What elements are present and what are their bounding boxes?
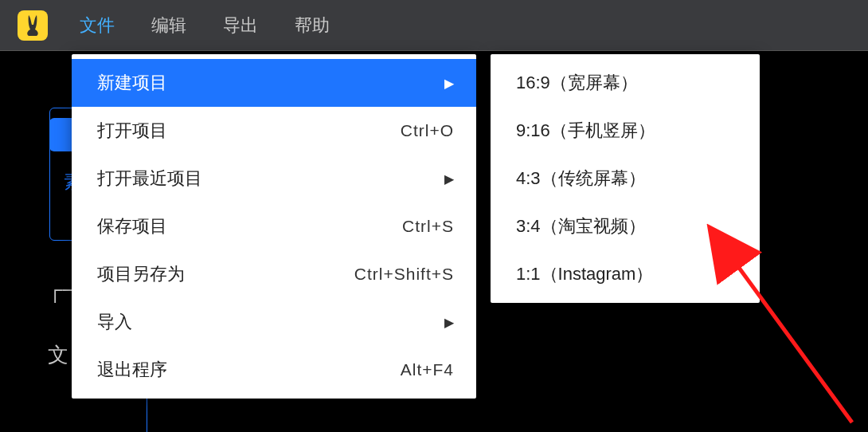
menubar-item-help[interactable]: 帮助: [295, 14, 330, 37]
menu-item-label: 3:4（淘宝视频）: [516, 214, 646, 238]
menu-item-label: 退出程序: [97, 358, 167, 382]
menu-item-open-project[interactable]: 打开项目 Ctrl+O: [72, 107, 476, 155]
app-logo-icon[interactable]: [18, 10, 48, 41]
submenu-item-4-3[interactable]: 4:3（传统屏幕）: [491, 155, 760, 202]
menu-item-label: 16:9（宽屏幕）: [516, 71, 638, 95]
menubar-item-edit[interactable]: 编辑: [151, 14, 186, 37]
menu-item-shortcut: Ctrl+Shift+S: [354, 265, 454, 284]
menu-item-label: 保存项目: [97, 214, 167, 238]
submenu-arrow-icon: ▶: [444, 76, 454, 91]
submenu-item-16-9[interactable]: 16:9（宽屏幕）: [491, 59, 760, 107]
menu-item-save-as[interactable]: 项目另存为 Ctrl+Shift+S: [72, 250, 476, 298]
submenu-item-9-16[interactable]: 9:16（手机竖屏）: [491, 107, 760, 155]
menu-item-exit[interactable]: 退出程序 Alt+F4: [72, 346, 476, 394]
menu-item-import[interactable]: 导入 ▶: [72, 298, 476, 346]
menubar-item-file[interactable]: 文件: [80, 14, 115, 37]
menu-item-shortcut: Alt+F4: [401, 360, 454, 379]
menu-item-label: 1:1（Instagram）: [516, 262, 653, 286]
menu-item-label: 4:3（传统屏幕）: [516, 167, 646, 190]
menu-item-new-project[interactable]: 新建项目 ▶: [72, 59, 476, 107]
file-menu: 新建项目 ▶ 打开项目 Ctrl+O 打开最近项目 ▶ 保存项目 Ctrl+S …: [72, 54, 476, 399]
menubar: 文件 编辑 导出 帮助: [0, 0, 868, 51]
menu-item-label: 新建项目: [97, 71, 167, 95]
menu-item-label: 打开项目: [97, 119, 167, 143]
menu-item-save-project[interactable]: 保存项目 Ctrl+S: [72, 202, 476, 250]
menu-item-open-recent[interactable]: 打开最近项目 ▶: [72, 155, 476, 202]
submenu-arrow-icon: ▶: [444, 171, 454, 187]
menu-item-label: 9:16（手机竖屏）: [516, 119, 655, 143]
menu-item-label: 导入: [97, 310, 132, 334]
new-project-submenu: 16:9（宽屏幕） 9:16（手机竖屏） 4:3（传统屏幕） 3:4（淘宝视频）…: [491, 54, 760, 303]
rabbit-icon: [24, 14, 41, 37]
menu-item-shortcut: Ctrl+O: [401, 121, 454, 140]
menu-item-label: 项目另存为: [97, 262, 185, 286]
menu-item-shortcut: Ctrl+S: [402, 217, 454, 236]
menu-item-label: 打开最近项目: [97, 167, 202, 190]
menubar-item-export[interactable]: 导出: [223, 14, 258, 37]
submenu-item-3-4[interactable]: 3:4（淘宝视频）: [491, 202, 760, 250]
partial-glyph-2: 文: [48, 341, 68, 369]
submenu-item-1-1[interactable]: 1:1（Instagram）: [491, 250, 760, 298]
submenu-arrow-icon: ▶: [444, 315, 454, 330]
